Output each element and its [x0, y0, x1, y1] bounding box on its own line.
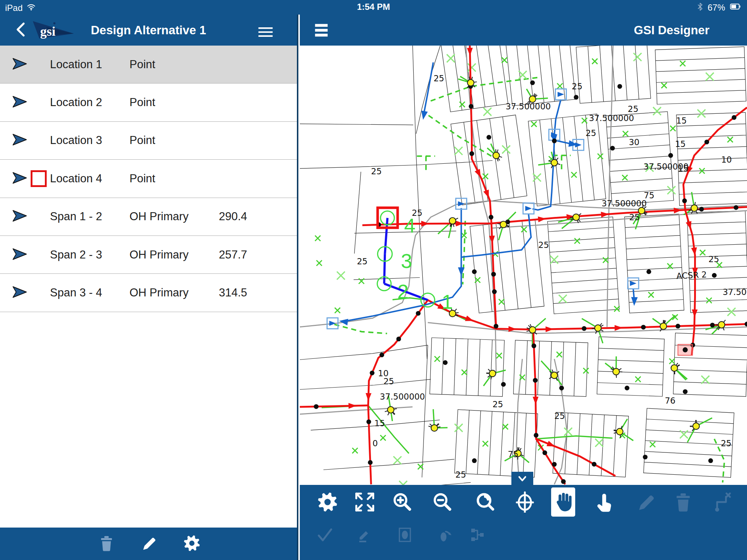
touch-tool-button[interactable] [593, 491, 614, 513]
map-label: 25 [629, 213, 640, 222]
selected-location-flag [31, 170, 47, 187]
gear-tool-button[interactable] [317, 491, 338, 513]
list-toolbar [0, 528, 297, 560]
map-toolbar [300, 485, 747, 560]
map-label: 15 [675, 139, 686, 149]
map-label: 37.500000 [506, 102, 551, 111]
row-arrow-icon[interactable] [12, 57, 27, 71]
map-panel: GSI Designer 252525252525252525252525252… [300, 15, 747, 560]
row-label: Location 1 [50, 58, 102, 71]
pencil-tool-button[interactable] [636, 491, 657, 513]
map-label: 10 [721, 155, 732, 164]
search-tool-button[interactable] [474, 491, 495, 513]
row-arrow-icon[interactable] [12, 133, 27, 147]
row-label: Span 1 - 2 [50, 210, 102, 223]
battery-icon [728, 1, 743, 14]
trash-tool-button[interactable] [673, 491, 694, 513]
list-item[interactable]: Location 3Point [0, 122, 297, 160]
map-label: 25 [585, 128, 596, 138]
design-location-number: 2 [397, 280, 409, 303]
edit-underline-tool-button[interactable] [356, 526, 374, 544]
row-label: Location 2 [50, 96, 102, 109]
row-arrow-icon[interactable] [12, 286, 27, 300]
shape-ellipse-tool-button[interactable] [396, 526, 414, 544]
list-item[interactable]: Span 2 - 3OH Primary257.7 [0, 236, 297, 274]
clock: 1:54 PM [0, 2, 747, 12]
row-label: Span 3 - 4 [50, 286, 102, 299]
collapse-toolbar-tab[interactable] [511, 472, 533, 485]
parcel-layer [300, 46, 747, 493]
map-label: 25 [554, 411, 565, 421]
row-arrow-icon[interactable] [12, 172, 27, 186]
list-item[interactable]: Span 3 - 4OH Primary314.5 [0, 274, 297, 312]
map-label: 30 [629, 137, 639, 147]
rotate-ellipse-tool-button[interactable] [436, 526, 453, 544]
map-label: 25 [628, 104, 638, 114]
target-tool-button[interactable] [514, 491, 535, 513]
row-arrow-icon[interactable] [12, 248, 27, 261]
pencil-button[interactable] [140, 534, 158, 553]
map-label: 25 [708, 254, 719, 264]
design-list-panel: gsi Design Alternative 1 Location 1Point… [0, 15, 298, 560]
link-delete-tool-button[interactable] [713, 491, 734, 513]
map-label: 37.500000 [601, 199, 647, 208]
map-label: 25 [357, 257, 367, 266]
map-label: 75 [508, 450, 518, 459]
row-value: 257.7 [219, 248, 247, 261]
map-label: 76 [665, 396, 676, 405]
map-label: 25 [371, 167, 382, 176]
app-title: GSI Designer [634, 23, 709, 37]
map-label: 37.500000 [589, 113, 634, 123]
row-label: Location 3 [50, 134, 102, 147]
row-value: 314.5 [219, 286, 247, 299]
row-type: OH Primary [129, 248, 189, 261]
list-item[interactable]: Location 1Point [0, 46, 297, 83]
row-label: Location 4 [50, 172, 102, 185]
hand-tool-button[interactable] [551, 487, 575, 517]
row-label: Span 2 - 3 [50, 248, 102, 261]
list-item[interactable]: Location 2Point [0, 83, 297, 121]
design-title: Design Alternative 1 [0, 23, 297, 37]
design-location-number: 4 [404, 214, 415, 237]
map-label: 37.500000 [380, 392, 425, 401]
bluetooth-icon [696, 2, 705, 13]
expand-tool-button[interactable] [354, 491, 375, 513]
map-menu-button[interactable] [313, 22, 330, 37]
app-window: iPad 1:54 PM 67% gsi Design Alternative … [0, 0, 747, 560]
map-toolbar-row1 [300, 485, 747, 519]
feature-list: Location 1PointLocation 2PointLocation 3… [0, 46, 297, 312]
map-label: 25 [434, 74, 444, 83]
network-tool-button[interactable] [469, 526, 486, 544]
map-label: 37.500000 [723, 287, 747, 297]
map-toolbar-row2 [300, 519, 747, 560]
row-type: OH Primary [129, 210, 189, 223]
map-label: 0 [372, 439, 378, 448]
design-location-number: 1 [442, 290, 453, 313]
battery-percent: 67% [708, 3, 725, 13]
map-panel-header: GSI Designer [300, 15, 747, 46]
row-type: Point [129, 96, 155, 109]
map-label: 15 [676, 116, 687, 125]
row-type: OH Primary [129, 286, 189, 299]
trash-button[interactable] [98, 534, 115, 553]
zoom-in-tool-button[interactable] [391, 491, 413, 513]
map-label: 25 [538, 240, 549, 250]
map-label: 25 [572, 82, 582, 91]
map-label: 25 [492, 400, 503, 409]
zoom-out-tool-button[interactable] [431, 491, 453, 513]
gear-button[interactable] [183, 534, 201, 553]
design-location-number: 3 [401, 249, 412, 272]
row-arrow-icon[interactable] [12, 210, 27, 223]
left-panel-header: gsi Design Alternative 1 [0, 15, 297, 46]
map-viewport[interactable]: 2525252525252525252525252525251515151510… [300, 46, 747, 560]
check-tool-button[interactable] [316, 526, 334, 544]
row-type: Point [129, 134, 155, 147]
row-type: Point [129, 58, 155, 71]
list-item[interactable]: Location 4Point [0, 160, 297, 198]
map-label: 15 [374, 419, 385, 428]
map-label: 25 [456, 470, 466, 479]
list-item[interactable]: Span 1 - 2OH Primary290.4 [0, 198, 297, 236]
list-menu-button[interactable] [256, 23, 276, 37]
map-label: ACSR 2 [676, 270, 707, 281]
row-arrow-icon[interactable] [12, 96, 27, 109]
